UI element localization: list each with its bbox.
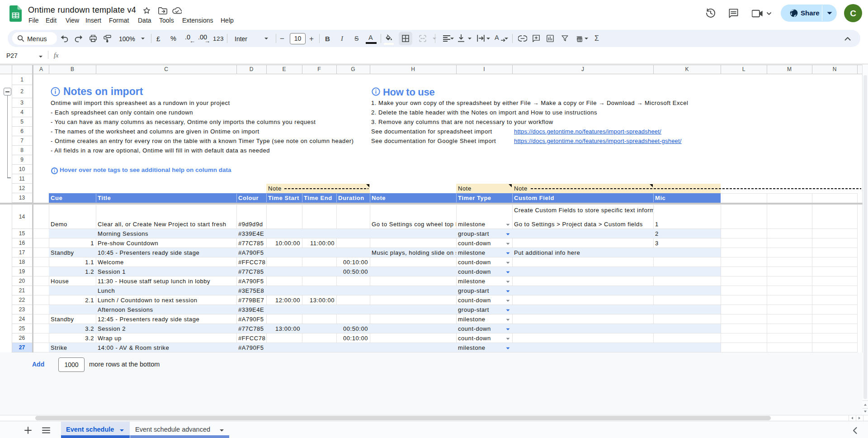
svg-text:C: C xyxy=(850,9,856,18)
